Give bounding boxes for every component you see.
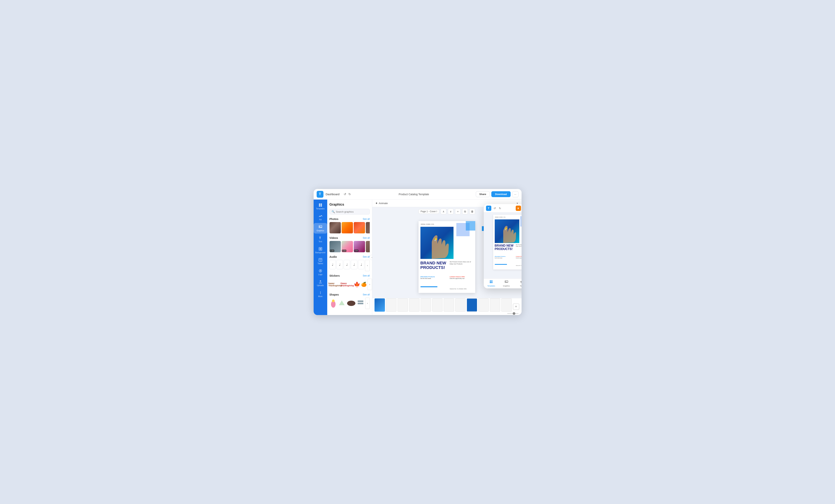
mobile-text-icon: T xyxy=(520,280,522,285)
panel-collapse-button[interactable]: ‹ xyxy=(369,255,372,260)
mobile-affordable-sub: Get the best deals xyxy=(495,257,503,258)
mobile-redo-button[interactable]: ↻ xyxy=(498,206,502,210)
svg-rect-2 xyxy=(319,205,320,207)
mobile-volume: Volume No. 5 | October 2031 xyxy=(516,265,522,266)
audio-thumb-2[interactable]: ♩ xyxy=(337,260,343,269)
mobile-nav-text[interactable]: T Text xyxy=(514,279,522,288)
audio-next-arrow[interactable]: › xyxy=(365,260,370,271)
sticker-1[interactable]: happyThanksgiving xyxy=(329,279,341,290)
page-down-button[interactable]: ∨ xyxy=(448,209,453,214)
shapes-grid: › xyxy=(329,298,370,309)
mobile-limited: Limited Chance Offer xyxy=(516,256,522,257)
page-thumb-11[interactable] xyxy=(490,298,500,312)
page-thumb-1[interactable] xyxy=(374,298,385,312)
doc-accent-blue-small xyxy=(466,221,475,231)
add-page-icon-button[interactable]: + xyxy=(455,209,461,214)
search-input[interactable] xyxy=(336,210,368,213)
doc-limited: Limited Chance Offer xyxy=(450,276,465,278)
duplicate-page-button[interactable]: ⧉ xyxy=(462,209,468,214)
zoom-thumb[interactable] xyxy=(513,312,515,315)
page-thumb-3[interactable] xyxy=(398,298,408,312)
shapes-see-all[interactable]: See all xyxy=(363,293,370,296)
page-thumb-wrapper-2: 2 xyxy=(386,298,396,315)
svg-point-18 xyxy=(347,301,355,306)
sticker-4[interactable]: 🍊 xyxy=(361,279,367,290)
sidebar-item-graphics[interactable]: Graphics xyxy=(313,223,327,234)
sidebar-item-uploads[interactable]: Uploads xyxy=(313,278,327,288)
sidebar-item-tables[interactable]: Tables xyxy=(313,256,327,267)
sidebar-item-more[interactable]: More xyxy=(313,289,327,299)
video-thumb-3[interactable]: 0:59 xyxy=(354,241,365,252)
photo-thumb-1[interactable] xyxy=(329,222,341,233)
videos-label: Videos xyxy=(329,236,338,239)
sidebar-item-background[interactable]: Background xyxy=(313,245,327,255)
mobile-undo-button[interactable]: ↺ xyxy=(493,206,496,210)
page-thumb-12[interactable] xyxy=(501,298,512,312)
zoom-track[interactable] xyxy=(507,313,518,314)
svg-rect-3 xyxy=(321,205,322,207)
mobile-progress-bar xyxy=(495,264,507,265)
video-thumb-2[interactable]: 0:25 xyxy=(342,241,353,252)
photo-thumb-4[interactable] xyxy=(366,222,370,233)
sidebar-item-templates[interactable]: Templates xyxy=(313,201,327,212)
audio-thumb-5[interactable]: ♩ xyxy=(358,260,365,269)
shape-4[interactable] xyxy=(357,298,365,309)
mobile-product-image xyxy=(495,219,519,243)
svg-point-15 xyxy=(320,293,321,294)
doc-limited-sub: Grab the opportunity now xyxy=(450,278,465,279)
header-actions: Share Download ··· xyxy=(476,191,518,197)
stickers-see-all[interactable]: See all xyxy=(363,274,370,277)
mobile-bottom-nav: Templates Graphics T Text xyxy=(484,278,522,288)
sidebar-item-fill[interactable]: Fill xyxy=(313,212,327,223)
page-thumb-wrapper-5: 5 xyxy=(421,298,431,315)
page-thumb-10[interactable] xyxy=(478,298,489,312)
add-page-button[interactable]: + xyxy=(513,303,519,310)
more-options-button[interactable]: ··· xyxy=(512,191,518,197)
page-thumb-9[interactable] xyxy=(467,298,477,312)
document-canvas: XENA SING CO. xyxy=(419,221,475,293)
audio-thumb-4[interactable]: ♩ xyxy=(351,260,357,269)
shapes-next-arrow[interactable]: › xyxy=(365,298,370,309)
page-thumb-6[interactable] xyxy=(432,298,443,312)
mobile-canvas: XENA SING CO. xyxy=(484,212,522,272)
app-window: T Dashboard ↺ ↻ Product Catalog Template… xyxy=(313,189,522,315)
page-thumb-7[interactable] xyxy=(444,298,454,312)
video-thumb-4[interactable] xyxy=(366,241,370,252)
sidebar-item-text[interactable]: T Text xyxy=(313,234,327,245)
stickers-next-arrow[interactable]: › xyxy=(367,279,372,290)
fill-icon xyxy=(318,214,323,218)
svg-rect-1 xyxy=(321,204,322,205)
page-thumb-2[interactable] xyxy=(386,298,396,312)
photos-see-all[interactable]: See all xyxy=(363,218,370,220)
animate-label[interactable]: Animate xyxy=(379,202,388,205)
audio-see-all[interactable]: See all xyxy=(363,255,370,258)
audio-thumb-1[interactable]: ♩ xyxy=(329,260,336,269)
shape-1[interactable] xyxy=(329,298,337,309)
sticker-2[interactable]: HappyThanksgiving xyxy=(342,279,353,290)
mobile-nav-graphics[interactable]: Graphics xyxy=(499,279,514,288)
mobile-crown-button[interactable]: ♛ xyxy=(516,206,521,211)
sidebar-item-logo[interactable]: Logo xyxy=(313,267,327,277)
svg-point-32 xyxy=(505,281,506,282)
share-button[interactable]: Share xyxy=(476,191,490,197)
shape-3[interactable] xyxy=(347,298,356,309)
download-button[interactable]: Download xyxy=(491,191,511,197)
photo-thumb-2[interactable] xyxy=(342,222,353,233)
page-thumb-5[interactable] xyxy=(421,298,431,312)
redo-button[interactable]: ↻ xyxy=(347,192,352,197)
shape-2[interactable] xyxy=(338,298,346,309)
undo-button[interactable]: ↺ xyxy=(343,192,347,197)
videos-see-all[interactable]: See all xyxy=(363,237,370,239)
audio-thumb-3[interactable]: ♩ xyxy=(344,260,350,269)
delete-page-button[interactable]: 🗑 xyxy=(469,209,475,214)
mobile-subtext: We Present Xena's New Line of Daily Use … xyxy=(516,244,522,247)
photo-thumb-3[interactable] xyxy=(354,222,365,233)
mobile-nav-templates[interactable]: Templates xyxy=(484,279,499,288)
page-thumb-4[interactable] xyxy=(409,298,420,312)
video-thumb-1[interactable]: 0:34 xyxy=(329,241,341,252)
page-thumb-8[interactable] xyxy=(455,298,466,312)
sticker-3[interactable]: 🍁 xyxy=(354,279,360,290)
page-up-button[interactable]: ∧ xyxy=(441,209,446,214)
mobile-header: T ↺ ↻ ♛ Download ··· xyxy=(484,204,522,212)
sidebar-background-label: Background xyxy=(315,252,325,254)
